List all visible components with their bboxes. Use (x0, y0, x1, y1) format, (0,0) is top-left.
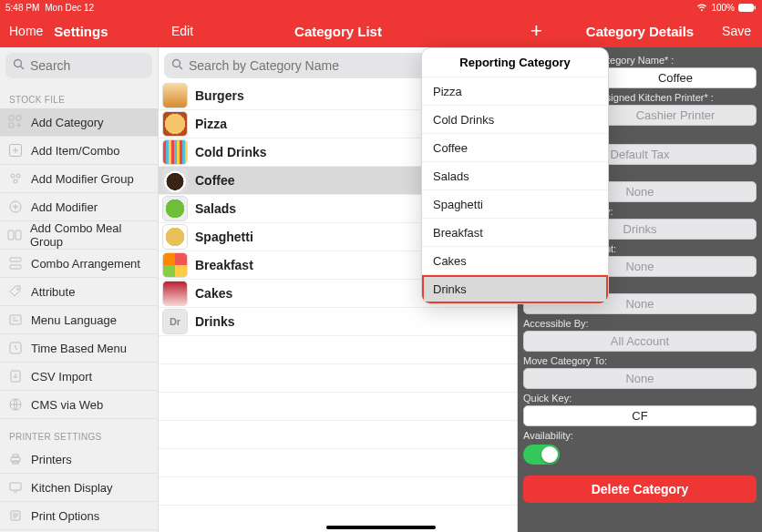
popover-title: Reporting Category (422, 48, 608, 77)
language-icon (7, 312, 24, 328)
svg-rect-0 (739, 4, 754, 11)
svg-point-8 (11, 174, 15, 178)
field-value-move[interactable]: None (523, 368, 757, 389)
sidebar-item-add-category[interactable]: Add Category (0, 108, 158, 137)
sidebar: STOCK FILE Add Category Add Item/Combo A… (0, 47, 159, 532)
section-stock-file: STOCK FILE (0, 82, 158, 108)
svg-rect-1 (755, 5, 757, 9)
popover-item-cakes[interactable]: Cakes (422, 247, 608, 275)
category-thumb (162, 281, 188, 306)
svg-rect-24 (10, 483, 21, 490)
sidebar-item-attribute[interactable]: Attribute (0, 278, 158, 306)
svg-point-10 (14, 179, 17, 183)
sidebar-item-label: Add Combo Meal Group (30, 221, 150, 249)
clock-icon (7, 340, 24, 356)
tag-icon (7, 283, 24, 300)
svg-line-3 (21, 66, 25, 70)
popover-item-pizza[interactable]: Pizza (422, 77, 608, 106)
search-icon (13, 58, 25, 73)
sidebar-item-kitchen-display[interactable]: Kitchen Display (0, 474, 158, 502)
sidebar-search-input[interactable] (30, 58, 145, 73)
field-value-name[interactable]: Coffee (594, 67, 757, 88)
field-label-printer: Assigned Kitchen Printer* : (594, 92, 757, 103)
sidebar-item-label: Combo Arrangement (31, 257, 140, 271)
sidebar-item-cms-web[interactable]: CMS via Web (0, 391, 158, 419)
save-button[interactable]: Save (722, 24, 751, 38)
sidebar-item-add-modifier-group[interactable]: Add Modifier Group (0, 165, 158, 193)
empty-row (159, 393, 517, 421)
category-thumb (162, 111, 188, 137)
category-thumb (162, 196, 188, 221)
popover-item-coffee[interactable]: Coffee (422, 134, 608, 162)
category-label: Drinks (195, 314, 508, 329)
svg-point-9 (16, 174, 20, 178)
battery-icon (738, 4, 757, 12)
section-printer-settings: PRINTER SETTINGS (0, 419, 158, 445)
status-date: Mon Dec 12 (45, 3, 94, 13)
popover-item-drinks[interactable]: Drinks (422, 275, 608, 303)
sidebar-item-label: CSV Import (31, 370, 92, 384)
popover-item-cold-drinks[interactable]: Cold Drinks (422, 106, 608, 134)
popover-item-breakfast[interactable]: Breakfast (422, 219, 608, 247)
category-thumb: Dr (162, 309, 188, 334)
plus-box-icon (7, 142, 24, 159)
reporting-category-popover: Reporting Category Pizza Cold Drinks Cof… (421, 47, 609, 304)
edit-button[interactable]: Edit (171, 24, 193, 38)
sidebar-item-label: Time Based Menu (31, 342, 127, 355)
import-icon (7, 368, 24, 384)
popover-item-spaghetti[interactable]: Spaghetti (422, 190, 608, 219)
delete-category-button[interactable]: Delete Category (523, 476, 757, 503)
field-label-move: Move Category To: (523, 355, 757, 366)
sidebar-item-label: Add Modifier Group (31, 172, 134, 186)
category-list-title: Category List (294, 24, 382, 39)
settings-title: Settings (54, 24, 108, 39)
svg-rect-22 (13, 455, 18, 457)
sidebar-item-csv-import[interactable]: CSV Import (0, 363, 158, 391)
svg-rect-17 (10, 315, 21, 324)
category-thumb (162, 224, 188, 250)
sidebar-search[interactable] (5, 53, 152, 78)
sidebar-item-combo-arrangement[interactable]: Combo Arrangement (0, 250, 158, 278)
sidebar-item-label: Add Category (31, 116, 104, 129)
category-thumb (162, 139, 188, 165)
empty-row (159, 364, 517, 393)
sidebar-item-print-options[interactable]: Print Options (0, 502, 158, 530)
popover-item-salads[interactable]: Salads (422, 162, 608, 190)
field-value-printer[interactable]: Cashier Printer (594, 105, 757, 126)
sidebar-item-time-based-menu[interactable]: Time Based Menu (0, 334, 158, 363)
combo-icon (7, 227, 23, 243)
field-value-quickkey[interactable]: CF (523, 405, 757, 426)
svg-point-26 (173, 60, 180, 67)
category-row-drinks[interactable]: Dr Drinks (159, 308, 517, 336)
sidebar-item-label: Attribute (31, 285, 75, 299)
printer-icon (7, 451, 24, 467)
add-category-plus[interactable]: + (530, 21, 542, 41)
sidebar-item-label: Kitchen Display (31, 481, 113, 495)
sidebar-item-label: Add Modifier (31, 200, 98, 214)
empty-row (159, 336, 517, 364)
sidebar-item-add-modifier[interactable]: Add Modifier (0, 193, 158, 221)
sidebar-item-label: CMS via Web (31, 398, 103, 412)
field-label-quickkey: Quick Key: (523, 393, 757, 404)
home-link[interactable]: Home (9, 24, 43, 38)
category-thumb (162, 168, 188, 193)
sidebar-item-menu-language[interactable]: Menu Language (0, 306, 158, 334)
svg-rect-12 (8, 230, 14, 240)
options-icon (7, 507, 24, 524)
svg-rect-6 (16, 116, 21, 120)
grid-plus-icon (7, 114, 24, 130)
field-value-access[interactable]: All Account (523, 331, 757, 352)
sidebar-item-combo-meal-group[interactable]: Add Combo Meal Group (0, 221, 158, 250)
web-icon (7, 396, 24, 413)
sidebar-item-printers[interactable]: Printers (0, 445, 158, 474)
field-label-name: Category Name* : (594, 55, 757, 66)
field-label-availability: Availability: (523, 430, 757, 441)
availability-toggle[interactable] (523, 445, 560, 465)
empty-row (159, 449, 517, 477)
svg-point-2 (15, 60, 22, 67)
arrange-icon (7, 255, 24, 271)
status-time: 5:48 PM (5, 3, 39, 13)
sidebar-item-add-item[interactable]: Add Item/Combo (0, 137, 158, 165)
sidebar-item-label: Menu Language (31, 313, 117, 327)
home-indicator (326, 526, 436, 529)
